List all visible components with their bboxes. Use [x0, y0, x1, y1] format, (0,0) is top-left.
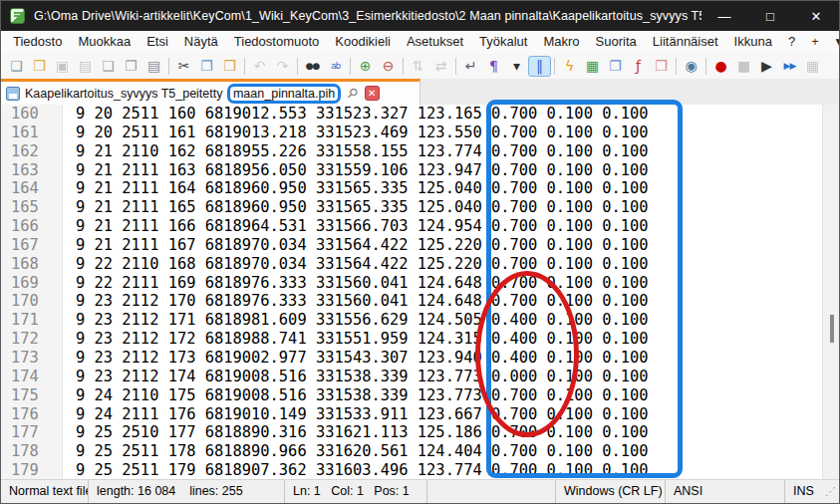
line-number: 162 — [1, 142, 63, 161]
menu-item-tykalut[interactable]: Työkalut — [471, 31, 535, 53]
doc-switcher-icon[interactable]: ❐ — [604, 56, 627, 77]
macro-run-multiple-icon[interactable]: ▶▶ — [778, 56, 801, 77]
menu-item-?[interactable]: ? — [780, 31, 803, 53]
line-text[interactable]: 9 23 2112 171 6818981.609 331556.629 124… — [63, 311, 649, 330]
save-all-icon[interactable]: ▤ — [74, 56, 97, 77]
minimize-button[interactable]: — — [701, 1, 747, 31]
scrollbar-thumb[interactable] — [830, 315, 834, 343]
tab-active-document[interactable]: Kaapelikartoitus_syvyys T5_peitetty maan… — [1, 79, 420, 105]
monitoring-eye-icon[interactable]: ◉ — [680, 56, 702, 77]
editor-row: 1769 24 2111 176 6819010.149 331533.911 … — [1, 405, 839, 424]
maximize-button[interactable]: □ — [747, 1, 793, 31]
status-eol-format[interactable]: Windows (CR LF) — [556, 480, 666, 504]
macro-stop-icon[interactable]: ■ — [732, 56, 755, 77]
close-all-icon[interactable]: ❐ — [120, 56, 142, 77]
line-text[interactable]: 9 24 2111 176 6819010.149 331533.911 123… — [63, 405, 649, 424]
menu-item-ikkuna[interactable]: Ikkuna — [726, 31, 780, 53]
tab-list-dropdown[interactable]: ▼ — [827, 35, 840, 49]
line-text[interactable]: 9 23 2112 172 6818988.741 331551.959 124… — [63, 330, 649, 349]
word-wrap-icon[interactable]: ↵ — [459, 56, 482, 77]
status-insert-mode[interactable]: INS — [785, 480, 825, 504]
replace-icon[interactable]: ab — [324, 56, 347, 77]
line-number: 168 — [1, 255, 63, 274]
save-icon[interactable]: ▣ — [51, 56, 74, 77]
line-number: 163 — [1, 161, 63, 180]
show-all-characters-dropdown-icon[interactable]: ▾ — [505, 56, 528, 77]
menu-item-koodikieli[interactable]: Koodikieli — [327, 31, 399, 53]
tab-close-icon[interactable]: ✕ — [365, 86, 380, 101]
menu-item-nyt[interactable]: Näytä — [176, 31, 226, 53]
line-text[interactable]: 9 25 2510 177 6818890.316 331621.113 125… — [63, 423, 649, 442]
zoom-in-icon[interactable]: ⊕ — [354, 56, 377, 77]
folder-as-workspace-icon[interactable]: ❒ — [650, 56, 673, 77]
line-text[interactable]: 9 25 2511 179 6818907.362 331603.496 123… — [63, 461, 649, 479]
editor-row: 1699 22 2111 169 6818976.333 331560.041 … — [1, 274, 839, 293]
menu-item-tiedosto[interactable]: Tiedosto — [5, 31, 70, 53]
status-encoding[interactable]: ANSI — [666, 480, 785, 504]
copy-icon[interactable]: ❐ — [195, 56, 218, 77]
line-text[interactable]: 9 23 2112 174 6819008.516 331538.339 123… — [63, 368, 649, 386]
new-file-icon[interactable]: ❏ — [5, 56, 28, 77]
toolbar-separator — [455, 58, 456, 75]
pin-tab-icon[interactable]: ⚲ — [344, 85, 361, 102]
line-text[interactable]: 9 22 2110 168 6818970.034 331564.422 125… — [63, 255, 649, 274]
title-bar[interactable]: G:\Oma Drive\Wiki-artikkelit\KeyCom\1_Wi… — [1, 1, 839, 31]
paste-icon[interactable]: ❒ — [218, 56, 241, 77]
menu-item-etsi[interactable]: Etsi — [139, 31, 176, 53]
close-file-icon[interactable]: ❏ — [97, 56, 120, 77]
menu-item-suorita[interactable]: Suorita — [588, 31, 645, 53]
editor-area[interactable]: 1609 20 2511 160 6819012.553 331523.327 … — [1, 105, 839, 479]
line-text[interactable]: 9 21 2111 164 6818960.950 331565.335 125… — [63, 179, 649, 198]
menu-item-makro[interactable]: Makro — [535, 31, 587, 53]
new-tab-button[interactable]: + — [803, 35, 827, 49]
menu-item-tiedostomuoto[interactable]: Tiedostomuoto — [226, 31, 328, 53]
line-text[interactable]: 9 22 2111 169 6818976.333 331560.041 124… — [63, 274, 649, 293]
sync-horizontal-scroll-icon[interactable]: ⇄ — [429, 56, 452, 77]
cut-icon[interactable]: ✂ — [172, 56, 195, 77]
open-file-icon[interactable]: ❒ — [28, 56, 51, 77]
line-text[interactable]: 9 21 2111 166 6818964.531 331566.703 124… — [63, 217, 649, 236]
line-text[interactable]: 9 23 2112 173 6819002.977 331543.307 123… — [63, 349, 649, 368]
print-icon[interactable]: ▤ — [142, 56, 165, 77]
line-text[interactable]: 9 20 2511 161 6819013.218 331523.469 123… — [63, 124, 649, 142]
line-text[interactable]: 9 21 2111 163 6818956.050 331559.106 123… — [63, 161, 649, 180]
line-text[interactable]: 9 24 2110 175 6819008.516 331538.339 123… — [63, 386, 649, 405]
sync-vertical-scroll-icon[interactable]: ⇅ — [407, 56, 429, 77]
status-doc-type: Normal text file — [1, 480, 89, 504]
line-number: 160 — [1, 105, 63, 124]
vertical-scrollbar[interactable] — [822, 105, 839, 479]
toolbar: ❏❒▣▤❏❐▤✂❐❒↶↷●●ab⊕⊖⇅⇄↵¶▾‖ϟ▦❐ƒ❒◉●■▶▶▶▦ — [1, 53, 839, 79]
menu-item-asetukset[interactable]: Asetukset — [399, 31, 471, 53]
line-number: 172 — [1, 330, 63, 349]
line-text[interactable]: 9 23 2112 170 6818976.333 331560.041 124… — [63, 292, 649, 311]
zoom-out-icon[interactable]: ⊖ — [377, 56, 400, 77]
editor-row: 1609 20 2511 160 6819012.553 331523.327 … — [1, 105, 839, 124]
function-list-icon[interactable]: ƒ — [627, 56, 650, 77]
close-button[interactable]: ✕ — [793, 1, 839, 31]
undo-icon[interactable]: ↶ — [248, 56, 271, 77]
resize-grip[interactable]: ⋰ — [825, 485, 839, 498]
window-title: G:\Oma Drive\Wiki-artikkelit\KeyCom\1_Wi… — [34, 9, 701, 23]
line-text[interactable]: 9 21 2111 165 6818960.950 331565.335 125… — [63, 198, 649, 217]
macro-save-icon[interactable]: ▦ — [801, 56, 824, 77]
tab-bar: Kaapelikartoitus_syvyys T5_peitetty maan… — [1, 79, 839, 105]
line-number: 161 — [1, 124, 63, 142]
menu-item-muokkaa[interactable]: Muokkaa — [70, 31, 139, 53]
editor-row: 1749 23 2112 174 6819008.516 331538.339 … — [1, 368, 839, 386]
line-text[interactable]: 9 25 2511 178 6818890.966 331620.561 124… — [63, 442, 649, 461]
redo-icon[interactable]: ↷ — [271, 56, 294, 77]
menu-item-liitnniset[interactable]: Liitännäiset — [645, 31, 726, 53]
line-text[interactable]: 9 21 2111 167 6818970.034 331564.422 125… — [63, 236, 649, 255]
line-text[interactable]: 9 20 2511 160 6819012.553 331523.327 123… — [63, 105, 649, 124]
document-map-icon[interactable]: ϟ — [558, 56, 581, 77]
document-list-icon[interactable]: ▦ — [581, 56, 604, 77]
show-all-characters-icon[interactable]: ¶ — [482, 56, 505, 77]
line-number: 175 — [1, 386, 63, 405]
line-number: 167 — [1, 236, 63, 255]
line-number: 170 — [1, 292, 63, 311]
macro-play-icon[interactable]: ▶ — [755, 56, 778, 77]
line-text[interactable]: 9 21 2110 162 6818955.226 331558.155 123… — [63, 142, 649, 161]
macro-record-icon[interactable]: ● — [709, 56, 732, 77]
find-icon[interactable]: ●● — [301, 56, 324, 77]
indent-guide-icon[interactable]: ‖ — [528, 56, 551, 77]
